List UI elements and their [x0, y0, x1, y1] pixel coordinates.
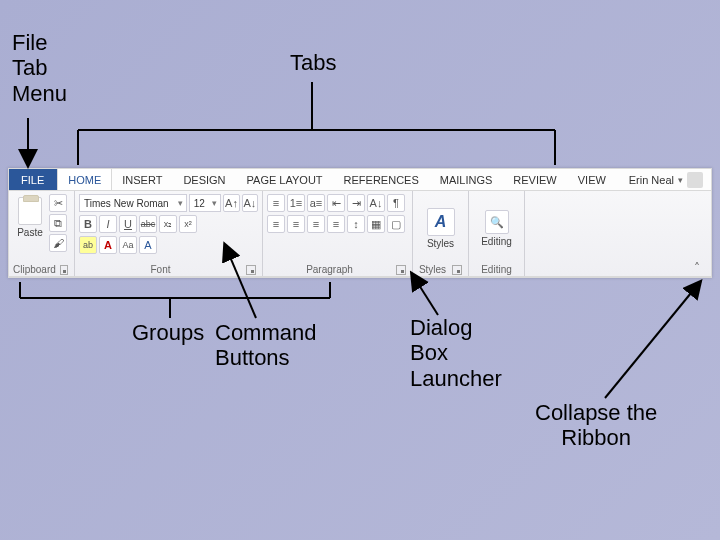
subscript-button[interactable]: x₂: [159, 215, 177, 233]
tab-view[interactable]: VIEW: [568, 169, 617, 190]
avatar: [687, 172, 703, 188]
editing-label: Editing: [481, 236, 512, 247]
tab-home[interactable]: HOME: [57, 169, 112, 190]
annotation-tabs: Tabs: [290, 50, 336, 75]
ribbon-empty: [525, 191, 711, 276]
clipboard-icon: [18, 197, 42, 225]
group-styles: A Styles Styles: [413, 191, 469, 276]
styles-label: Styles: [427, 238, 454, 249]
ribbon: FILE HOME INSERT DESIGN PAGE LAYOUT REFE…: [8, 168, 712, 278]
group-label-styles: Styles: [417, 264, 448, 275]
paste-label: Paste: [17, 227, 43, 238]
line-spacing-button[interactable]: ↕: [347, 215, 365, 233]
align-center-button[interactable]: ≡: [287, 215, 305, 233]
bullets-button[interactable]: ≡: [267, 194, 285, 212]
chevron-up-icon: ˄: [694, 261, 700, 275]
annotation-groups: Groups: [132, 320, 204, 345]
format-painter-button[interactable]: 🖌: [49, 234, 67, 252]
borders-button[interactable]: ▢: [387, 215, 405, 233]
tab-insert[interactable]: INSERT: [112, 169, 173, 190]
paste-button[interactable]: Paste: [13, 194, 47, 240]
copy-button[interactable]: ⧉: [49, 214, 67, 232]
group-label-paragraph: Paragraph: [267, 264, 392, 275]
show-marks-button[interactable]: ¶: [387, 194, 405, 212]
shrink-font-button[interactable]: A↓: [242, 194, 258, 212]
superscript-button[interactable]: x²: [179, 215, 197, 233]
dialog-launcher-styles[interactable]: [452, 265, 462, 275]
svg-line-10: [412, 274, 438, 315]
clear-format-button[interactable]: A: [139, 236, 157, 254]
svg-line-11: [605, 282, 700, 398]
dialog-launcher-paragraph[interactable]: [396, 265, 406, 275]
group-label-clipboard: Clipboard: [13, 264, 56, 275]
align-left-button[interactable]: ≡: [267, 215, 285, 233]
font-size-select[interactable]: 12: [189, 194, 222, 212]
annotation-collapse-ribbon: Collapse the Ribbon: [535, 400, 657, 451]
ribbon-groups: Paste ✂ ⧉ 🖌 Clipboard Times New Roman 12…: [9, 191, 711, 277]
collapse-ribbon-button[interactable]: ˄: [687, 261, 707, 275]
styles-button[interactable]: A: [427, 208, 455, 236]
annotation-command-buttons: Command Buttons: [215, 320, 316, 371]
shading-button[interactable]: ▦: [367, 215, 385, 233]
numbering-button[interactable]: 1≡: [287, 194, 305, 212]
align-right-button[interactable]: ≡: [307, 215, 325, 233]
multilevel-list-button[interactable]: a≡: [307, 194, 325, 212]
group-clipboard: Paste ✂ ⧉ 🖌 Clipboard: [9, 191, 75, 276]
annotation-file-tab-menu: File Tab Menu: [12, 30, 67, 106]
group-paragraph: ≡ 1≡ a≡ ⇤ ⇥ A↓ ¶ ≡ ≡ ≡ ≡ ↕ ▦ ▢: [263, 191, 413, 276]
strikethrough-button[interactable]: abc: [139, 215, 157, 233]
font-color-button[interactable]: A: [99, 236, 117, 254]
group-label-font: Font: [79, 264, 242, 275]
dialog-launcher-font[interactable]: [246, 265, 256, 275]
chevron-down-icon: ▾: [678, 175, 683, 185]
tab-review[interactable]: REVIEW: [503, 169, 567, 190]
change-case-button[interactable]: Aa: [119, 236, 137, 254]
tab-page-layout[interactable]: PAGE LAYOUT: [237, 169, 334, 190]
tab-design[interactable]: DESIGN: [173, 169, 236, 190]
underline-button[interactable]: U: [119, 215, 137, 233]
file-tab[interactable]: FILE: [9, 169, 57, 190]
tab-mailings[interactable]: MAILINGS: [430, 169, 504, 190]
sort-button[interactable]: A↓: [367, 194, 385, 212]
bold-button[interactable]: B: [79, 215, 97, 233]
user-name: Erin Neal: [629, 174, 674, 186]
justify-button[interactable]: ≡: [327, 215, 345, 233]
cut-button[interactable]: ✂: [49, 194, 67, 212]
font-family-select[interactable]: Times New Roman: [79, 194, 187, 212]
tab-references[interactable]: REFERENCES: [334, 169, 430, 190]
grow-font-button[interactable]: A↑: [223, 194, 239, 212]
group-label-editing: Editing: [473, 264, 520, 275]
italic-button[interactable]: I: [99, 215, 117, 233]
account-menu[interactable]: Erin Neal ▾: [621, 169, 711, 190]
annotation-dialog-box-launcher: Dialog Box Launcher: [410, 315, 502, 391]
group-editing: 🔍 Editing Editing: [469, 191, 525, 276]
group-font: Times New Roman 12 A↑ A↓ B I U abc x₂ x²…: [75, 191, 263, 276]
ribbon-tabs: FILE HOME INSERT DESIGN PAGE LAYOUT REFE…: [9, 169, 711, 191]
increase-indent-button[interactable]: ⇥: [347, 194, 365, 212]
decrease-indent-button[interactable]: ⇤: [327, 194, 345, 212]
find-button[interactable]: 🔍: [485, 210, 509, 234]
dialog-launcher-clipboard[interactable]: [60, 265, 68, 275]
highlight-button[interactable]: ab: [79, 236, 97, 254]
